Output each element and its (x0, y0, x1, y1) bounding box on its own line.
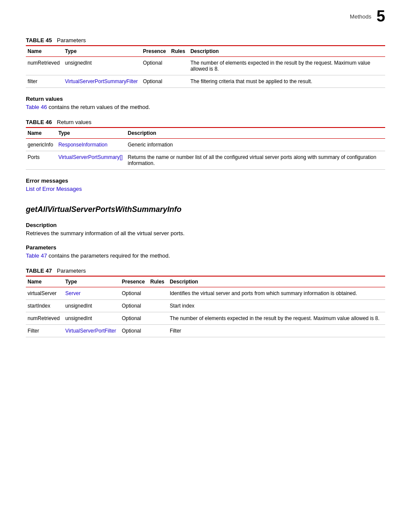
section-label: Methods (350, 13, 371, 20)
cell-name: numRetrieved (26, 312, 64, 325)
table45-title: Parameters (57, 37, 86, 44)
cell-description: The number of elements expected in the r… (189, 57, 385, 75)
parameters-heading: Parameters (26, 244, 385, 251)
table46-label: TABLE 46 Return values (26, 119, 385, 125)
table-row: numRetrieved unsignedInt Optional The nu… (26, 57, 385, 75)
cell-presence: Optional (120, 300, 149, 312)
col-description: Description (126, 128, 385, 139)
col-name: Name (26, 46, 63, 57)
cell-rules (169, 57, 189, 75)
cell-name: Filter (26, 325, 64, 337)
col-description: Description (168, 276, 385, 287)
error-messages-heading: Error messages (26, 177, 385, 184)
cell-name: genericInfo (26, 139, 56, 151)
cell-presence: Optional (141, 57, 169, 75)
cell-rules (149, 312, 168, 325)
cell-presence: Optional (120, 312, 149, 325)
table47-ref-link[interactable]: Table 47 (26, 252, 47, 259)
parameters-text: Table 47 contains the parameters require… (26, 252, 385, 259)
table45: Name Type Presence Rules Description num… (26, 45, 385, 88)
cell-name: startIndex (26, 300, 64, 312)
cell-rules (149, 325, 168, 337)
cell-type: unsignedInt (64, 312, 120, 325)
parameters-suffix: contains the parameters required for the… (49, 252, 170, 259)
type-link[interactable]: VirtualServerPortFilter (65, 328, 116, 334)
type-link[interactable]: Server (65, 290, 81, 296)
error-messages-link-container: List of Error Messages (26, 186, 385, 192)
cell-description: Start index (168, 300, 385, 312)
cell-presence: Optional (141, 75, 169, 88)
col-presence: Presence (141, 46, 169, 57)
col-presence: Presence (120, 276, 149, 287)
table45-label: TABLE 45 Parameters (26, 37, 385, 44)
cell-rules (169, 75, 189, 88)
col-type: Type (63, 46, 141, 57)
cell-presence: Optional (120, 325, 149, 337)
error-messages-link[interactable]: List of Error Messages (26, 186, 82, 192)
return-values-text: Table 46 contains the return values of t… (26, 104, 385, 110)
page-number: 5 (377, 9, 385, 24)
cell-type: VirtualServerPortSummaryFilter (63, 75, 141, 88)
table-row: numRetrieved unsignedInt Optional The nu… (26, 312, 385, 325)
cell-description: Filter (168, 325, 385, 337)
cell-description: Generic information (126, 139, 385, 151)
cell-name: filter (26, 75, 63, 88)
cell-type: VirtualServerPortFilter (64, 325, 120, 337)
table-row: virtualServer Server Optional Identifies… (26, 287, 385, 300)
table46-id: TABLE 46 (26, 119, 52, 125)
col-name: Name (26, 276, 64, 287)
cell-description: The number of elements expected in the r… (168, 312, 385, 325)
cell-name: numRetrieved (26, 57, 63, 75)
table47-label: TABLE 47 Parameters (26, 268, 385, 274)
cell-description: Returns the name or number list of all t… (126, 151, 385, 170)
col-type: Type (56, 128, 126, 139)
table-row: genericInfo ResponseInformation Generic … (26, 139, 385, 151)
table-row: filter VirtualServerPortSummaryFilter Op… (26, 75, 385, 88)
col-type: Type (64, 276, 120, 287)
cell-type: Server (64, 287, 120, 300)
col-rules: Rules (149, 276, 168, 287)
table-row: Ports VirtualServerPortSummary[] Returns… (26, 151, 385, 170)
cell-type: ResponseInformation (56, 139, 126, 151)
cell-name: virtualServer (26, 287, 64, 300)
cell-name: Ports (26, 151, 56, 170)
type-link[interactable]: VirtualServerPortSummaryFilter (65, 78, 138, 84)
description-heading: Description (26, 222, 385, 228)
cell-description: The filtering criteria that must be appl… (189, 75, 385, 88)
return-values-suffix: contains the return values of the method… (49, 104, 150, 110)
page-header: Methods 5 (26, 9, 385, 24)
col-description: Description (189, 46, 385, 57)
table47: Name Type Presence Rules Description vir… (26, 276, 385, 337)
col-name: Name (26, 128, 56, 139)
cell-description: Identifies the virtual server and ports … (168, 287, 385, 300)
cell-presence: Optional (120, 287, 149, 300)
type-link[interactable]: VirtualServerPortSummary[] (58, 154, 122, 160)
table46-ref-link[interactable]: Table 46 (26, 104, 47, 110)
table47-id: TABLE 47 (26, 268, 52, 274)
table-row: startIndex unsignedInt Optional Start in… (26, 300, 385, 312)
type-link[interactable]: ResponseInformation (58, 142, 107, 148)
table46-title: Return values (57, 119, 91, 125)
col-rules: Rules (169, 46, 189, 57)
cell-type: VirtualServerPortSummary[] (56, 151, 126, 170)
cell-rules (149, 300, 168, 312)
table45-id: TABLE 45 (26, 37, 52, 44)
description-text: Retrieves the summary information of all… (26, 230, 385, 236)
table-row: Filter VirtualServerPortFilter Optional … (26, 325, 385, 337)
table46: Name Type Description genericInfo Respon… (26, 127, 385, 170)
cell-type: unsignedInt (63, 57, 141, 75)
cell-type: unsignedInt (64, 300, 120, 312)
method2-title: getAllVirtualServerPortsWithSummaryInfo (26, 205, 385, 214)
return-values-heading: Return values (26, 96, 385, 102)
table47-title: Parameters (57, 268, 86, 274)
cell-rules (149, 287, 168, 300)
